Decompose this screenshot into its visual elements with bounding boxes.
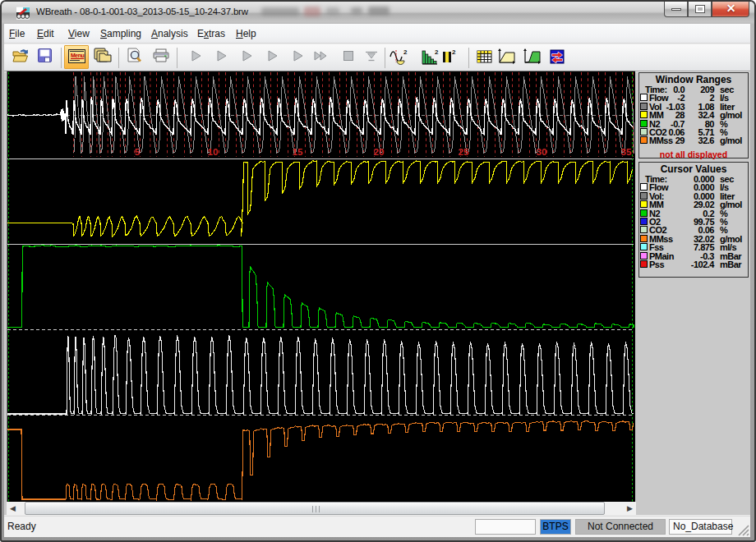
svg-text:2: 2 (403, 48, 408, 56)
svg-text:35: 35 (621, 147, 632, 157)
svg-text:30: 30 (537, 147, 547, 157)
svg-text:10: 10 (208, 147, 219, 157)
svg-text:2: 2 (452, 48, 456, 56)
svg-text:25: 25 (459, 147, 469, 157)
svg-text:5: 5 (135, 147, 141, 157)
svg-text:15: 15 (293, 147, 303, 157)
svg-text:20: 20 (374, 147, 385, 157)
svg-text:2: 2 (435, 48, 439, 56)
